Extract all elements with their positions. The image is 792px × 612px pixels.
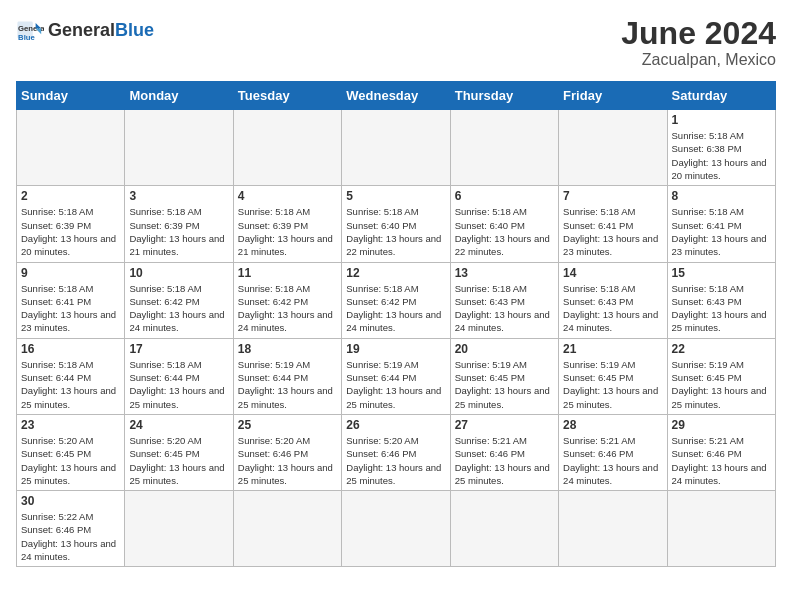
table-row — [342, 491, 450, 567]
table-row: 7Sunrise: 5:18 AMSunset: 6:41 PMDaylight… — [559, 186, 667, 262]
day-number: 21 — [563, 342, 662, 356]
table-row: 21Sunrise: 5:19 AMSunset: 6:45 PMDayligh… — [559, 338, 667, 414]
table-row: 16Sunrise: 5:18 AMSunset: 6:44 PMDayligh… — [17, 338, 125, 414]
day-number: 5 — [346, 189, 445, 203]
table-row: 2Sunrise: 5:18 AMSunset: 6:39 PMDaylight… — [17, 186, 125, 262]
day-number: 1 — [672, 113, 771, 127]
day-info: Sunrise: 5:18 AMSunset: 6:41 PMDaylight:… — [563, 205, 662, 258]
day-info: Sunrise: 5:18 AMSunset: 6:42 PMDaylight:… — [129, 282, 228, 335]
table-row — [450, 110, 558, 186]
day-number: 8 — [672, 189, 771, 203]
day-info: Sunrise: 5:18 AMSunset: 6:39 PMDaylight:… — [129, 205, 228, 258]
table-row: 24Sunrise: 5:20 AMSunset: 6:45 PMDayligh… — [125, 414, 233, 490]
col-friday: Friday — [559, 82, 667, 110]
day-info: Sunrise: 5:18 AMSunset: 6:44 PMDaylight:… — [129, 358, 228, 411]
table-row: 19Sunrise: 5:19 AMSunset: 6:44 PMDayligh… — [342, 338, 450, 414]
table-row — [125, 491, 233, 567]
day-number: 9 — [21, 266, 120, 280]
calendar-week-row: 2Sunrise: 5:18 AMSunset: 6:39 PMDaylight… — [17, 186, 776, 262]
calendar: Sunday Monday Tuesday Wednesday Thursday… — [16, 81, 776, 567]
table-row: 22Sunrise: 5:19 AMSunset: 6:45 PMDayligh… — [667, 338, 775, 414]
day-info: Sunrise: 5:18 AMSunset: 6:40 PMDaylight:… — [346, 205, 445, 258]
day-info: Sunrise: 5:20 AMSunset: 6:46 PMDaylight:… — [346, 434, 445, 487]
logo-icon: General Blue — [16, 16, 44, 44]
table-row: 23Sunrise: 5:20 AMSunset: 6:45 PMDayligh… — [17, 414, 125, 490]
day-number: 18 — [238, 342, 337, 356]
calendar-body: 1Sunrise: 5:18 AMSunset: 6:38 PMDaylight… — [17, 110, 776, 567]
logo-text: GeneralBlue — [48, 21, 154, 39]
day-number: 11 — [238, 266, 337, 280]
table-row — [559, 491, 667, 567]
location-title: Zacualpan, Mexico — [621, 51, 776, 69]
day-number: 15 — [672, 266, 771, 280]
day-info: Sunrise: 5:18 AMSunset: 6:41 PMDaylight:… — [672, 205, 771, 258]
table-row: 20Sunrise: 5:19 AMSunset: 6:45 PMDayligh… — [450, 338, 558, 414]
day-info: Sunrise: 5:18 AMSunset: 6:38 PMDaylight:… — [672, 129, 771, 182]
table-row: 4Sunrise: 5:18 AMSunset: 6:39 PMDaylight… — [233, 186, 341, 262]
day-info: Sunrise: 5:21 AMSunset: 6:46 PMDaylight:… — [563, 434, 662, 487]
day-info: Sunrise: 5:18 AMSunset: 6:42 PMDaylight:… — [346, 282, 445, 335]
table-row: 27Sunrise: 5:21 AMSunset: 6:46 PMDayligh… — [450, 414, 558, 490]
calendar-week-row: 9Sunrise: 5:18 AMSunset: 6:41 PMDaylight… — [17, 262, 776, 338]
table-row: 1Sunrise: 5:18 AMSunset: 6:38 PMDaylight… — [667, 110, 775, 186]
table-row: 5Sunrise: 5:18 AMSunset: 6:40 PMDaylight… — [342, 186, 450, 262]
day-number: 29 — [672, 418, 771, 432]
day-number: 2 — [21, 189, 120, 203]
day-info: Sunrise: 5:19 AMSunset: 6:44 PMDaylight:… — [238, 358, 337, 411]
table-row: 14Sunrise: 5:18 AMSunset: 6:43 PMDayligh… — [559, 262, 667, 338]
table-row: 8Sunrise: 5:18 AMSunset: 6:41 PMDaylight… — [667, 186, 775, 262]
table-row: 6Sunrise: 5:18 AMSunset: 6:40 PMDaylight… — [450, 186, 558, 262]
col-sunday: Sunday — [17, 82, 125, 110]
calendar-week-row: 30Sunrise: 5:22 AMSunset: 6:46 PMDayligh… — [17, 491, 776, 567]
day-info: Sunrise: 5:19 AMSunset: 6:45 PMDaylight:… — [672, 358, 771, 411]
day-number: 13 — [455, 266, 554, 280]
table-row: 12Sunrise: 5:18 AMSunset: 6:42 PMDayligh… — [342, 262, 450, 338]
header: General Blue GeneralBlue June 2024 Zacua… — [16, 16, 776, 69]
day-number: 22 — [672, 342, 771, 356]
table-row — [233, 491, 341, 567]
day-info: Sunrise: 5:20 AMSunset: 6:45 PMDaylight:… — [129, 434, 228, 487]
day-info: Sunrise: 5:18 AMSunset: 6:43 PMDaylight:… — [672, 282, 771, 335]
col-wednesday: Wednesday — [342, 82, 450, 110]
day-info: Sunrise: 5:22 AMSunset: 6:46 PMDaylight:… — [21, 510, 120, 563]
table-row — [450, 491, 558, 567]
logo-general: General — [48, 20, 115, 40]
table-row: 9Sunrise: 5:18 AMSunset: 6:41 PMDaylight… — [17, 262, 125, 338]
day-number: 10 — [129, 266, 228, 280]
day-info: Sunrise: 5:21 AMSunset: 6:46 PMDaylight:… — [455, 434, 554, 487]
day-number: 30 — [21, 494, 120, 508]
table-row: 13Sunrise: 5:18 AMSunset: 6:43 PMDayligh… — [450, 262, 558, 338]
table-row: 26Sunrise: 5:20 AMSunset: 6:46 PMDayligh… — [342, 414, 450, 490]
day-info: Sunrise: 5:20 AMSunset: 6:46 PMDaylight:… — [238, 434, 337, 487]
col-saturday: Saturday — [667, 82, 775, 110]
col-monday: Monday — [125, 82, 233, 110]
day-info: Sunrise: 5:18 AMSunset: 6:39 PMDaylight:… — [21, 205, 120, 258]
day-info: Sunrise: 5:21 AMSunset: 6:46 PMDaylight:… — [672, 434, 771, 487]
day-number: 6 — [455, 189, 554, 203]
day-info: Sunrise: 5:19 AMSunset: 6:45 PMDaylight:… — [455, 358, 554, 411]
logo: General Blue GeneralBlue — [16, 16, 154, 44]
day-number: 25 — [238, 418, 337, 432]
table-row: 17Sunrise: 5:18 AMSunset: 6:44 PMDayligh… — [125, 338, 233, 414]
table-row: 10Sunrise: 5:18 AMSunset: 6:42 PMDayligh… — [125, 262, 233, 338]
table-row — [342, 110, 450, 186]
svg-text:Blue: Blue — [18, 33, 35, 42]
day-info: Sunrise: 5:18 AMSunset: 6:39 PMDaylight:… — [238, 205, 337, 258]
col-tuesday: Tuesday — [233, 82, 341, 110]
calendar-week-row: 23Sunrise: 5:20 AMSunset: 6:45 PMDayligh… — [17, 414, 776, 490]
table-row — [559, 110, 667, 186]
day-info: Sunrise: 5:18 AMSunset: 6:40 PMDaylight:… — [455, 205, 554, 258]
day-number: 7 — [563, 189, 662, 203]
table-row — [667, 491, 775, 567]
day-number: 28 — [563, 418, 662, 432]
day-number: 4 — [238, 189, 337, 203]
table-row — [17, 110, 125, 186]
day-info: Sunrise: 5:19 AMSunset: 6:44 PMDaylight:… — [346, 358, 445, 411]
title-block: June 2024 Zacualpan, Mexico — [621, 16, 776, 69]
day-number: 14 — [563, 266, 662, 280]
table-row — [233, 110, 341, 186]
day-info: Sunrise: 5:18 AMSunset: 6:43 PMDaylight:… — [563, 282, 662, 335]
day-number: 26 — [346, 418, 445, 432]
day-number: 19 — [346, 342, 445, 356]
table-row — [125, 110, 233, 186]
